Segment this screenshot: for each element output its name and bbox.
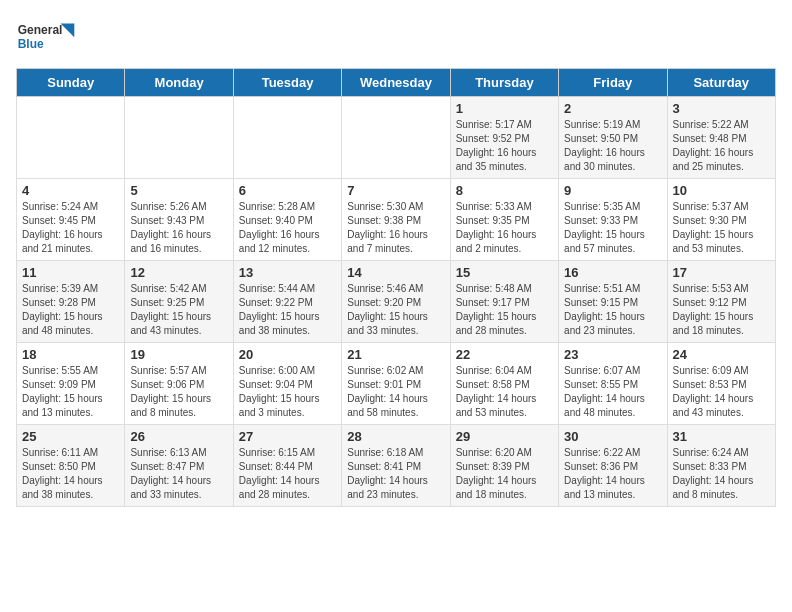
day-number: 18 bbox=[22, 347, 119, 362]
calendar-cell: 26Sunrise: 6:13 AMSunset: 8:47 PMDayligh… bbox=[125, 425, 233, 507]
cell-info: Sunrise: 5:57 AMSunset: 9:06 PMDaylight:… bbox=[130, 364, 227, 420]
calendar-week-1: 1Sunrise: 5:17 AMSunset: 9:52 PMDaylight… bbox=[17, 97, 776, 179]
cell-info: Sunrise: 6:18 AMSunset: 8:41 PMDaylight:… bbox=[347, 446, 444, 502]
cell-info: Sunrise: 5:55 AMSunset: 9:09 PMDaylight:… bbox=[22, 364, 119, 420]
weekday-header-sunday: Sunday bbox=[17, 69, 125, 97]
cell-info: Sunrise: 5:26 AMSunset: 9:43 PMDaylight:… bbox=[130, 200, 227, 256]
calendar-week-4: 18Sunrise: 5:55 AMSunset: 9:09 PMDayligh… bbox=[17, 343, 776, 425]
calendar-cell: 10Sunrise: 5:37 AMSunset: 9:30 PMDayligh… bbox=[667, 179, 775, 261]
calendar-week-3: 11Sunrise: 5:39 AMSunset: 9:28 PMDayligh… bbox=[17, 261, 776, 343]
calendar-cell: 3Sunrise: 5:22 AMSunset: 9:48 PMDaylight… bbox=[667, 97, 775, 179]
weekday-header-thursday: Thursday bbox=[450, 69, 558, 97]
day-number: 28 bbox=[347, 429, 444, 444]
calendar-cell: 9Sunrise: 5:35 AMSunset: 9:33 PMDaylight… bbox=[559, 179, 667, 261]
cell-info: Sunrise: 6:07 AMSunset: 8:55 PMDaylight:… bbox=[564, 364, 661, 420]
calendar-cell: 2Sunrise: 5:19 AMSunset: 9:50 PMDaylight… bbox=[559, 97, 667, 179]
weekday-header-monday: Monday bbox=[125, 69, 233, 97]
calendar-cell: 6Sunrise: 5:28 AMSunset: 9:40 PMDaylight… bbox=[233, 179, 341, 261]
day-number: 29 bbox=[456, 429, 553, 444]
day-number: 8 bbox=[456, 183, 553, 198]
calendar-cell: 1Sunrise: 5:17 AMSunset: 9:52 PMDaylight… bbox=[450, 97, 558, 179]
cell-info: Sunrise: 6:02 AMSunset: 9:01 PMDaylight:… bbox=[347, 364, 444, 420]
calendar-cell: 7Sunrise: 5:30 AMSunset: 9:38 PMDaylight… bbox=[342, 179, 450, 261]
calendar-cell: 27Sunrise: 6:15 AMSunset: 8:44 PMDayligh… bbox=[233, 425, 341, 507]
page-header: General Blue bbox=[16, 16, 776, 56]
day-number: 22 bbox=[456, 347, 553, 362]
cell-info: Sunrise: 6:04 AMSunset: 8:58 PMDaylight:… bbox=[456, 364, 553, 420]
calendar-header: SundayMondayTuesdayWednesdayThursdayFrid… bbox=[17, 69, 776, 97]
cell-info: Sunrise: 6:20 AMSunset: 8:39 PMDaylight:… bbox=[456, 446, 553, 502]
day-number: 23 bbox=[564, 347, 661, 362]
day-number: 27 bbox=[239, 429, 336, 444]
cell-info: Sunrise: 5:53 AMSunset: 9:12 PMDaylight:… bbox=[673, 282, 770, 338]
day-number: 2 bbox=[564, 101, 661, 116]
calendar-week-2: 4Sunrise: 5:24 AMSunset: 9:45 PMDaylight… bbox=[17, 179, 776, 261]
calendar-cell: 11Sunrise: 5:39 AMSunset: 9:28 PMDayligh… bbox=[17, 261, 125, 343]
calendar-cell: 14Sunrise: 5:46 AMSunset: 9:20 PMDayligh… bbox=[342, 261, 450, 343]
svg-text:General: General bbox=[18, 23, 63, 37]
calendar-cell: 23Sunrise: 6:07 AMSunset: 8:55 PMDayligh… bbox=[559, 343, 667, 425]
day-number: 25 bbox=[22, 429, 119, 444]
day-number: 11 bbox=[22, 265, 119, 280]
day-number: 4 bbox=[22, 183, 119, 198]
weekday-header-friday: Friday bbox=[559, 69, 667, 97]
day-number: 20 bbox=[239, 347, 336, 362]
calendar-cell: 18Sunrise: 5:55 AMSunset: 9:09 PMDayligh… bbox=[17, 343, 125, 425]
calendar-cell: 19Sunrise: 5:57 AMSunset: 9:06 PMDayligh… bbox=[125, 343, 233, 425]
logo: General Blue bbox=[16, 16, 76, 56]
svg-text:Blue: Blue bbox=[18, 37, 44, 51]
calendar-cell: 21Sunrise: 6:02 AMSunset: 9:01 PMDayligh… bbox=[342, 343, 450, 425]
calendar-cell: 29Sunrise: 6:20 AMSunset: 8:39 PMDayligh… bbox=[450, 425, 558, 507]
cell-info: Sunrise: 6:11 AMSunset: 8:50 PMDaylight:… bbox=[22, 446, 119, 502]
cell-info: Sunrise: 6:13 AMSunset: 8:47 PMDaylight:… bbox=[130, 446, 227, 502]
cell-info: Sunrise: 6:00 AMSunset: 9:04 PMDaylight:… bbox=[239, 364, 336, 420]
calendar-body: 1Sunrise: 5:17 AMSunset: 9:52 PMDaylight… bbox=[17, 97, 776, 507]
calendar-cell: 5Sunrise: 5:26 AMSunset: 9:43 PMDaylight… bbox=[125, 179, 233, 261]
day-number: 24 bbox=[673, 347, 770, 362]
weekday-header-wednesday: Wednesday bbox=[342, 69, 450, 97]
calendar-cell bbox=[342, 97, 450, 179]
weekday-header-tuesday: Tuesday bbox=[233, 69, 341, 97]
day-number: 3 bbox=[673, 101, 770, 116]
day-number: 14 bbox=[347, 265, 444, 280]
day-number: 7 bbox=[347, 183, 444, 198]
cell-info: Sunrise: 5:42 AMSunset: 9:25 PMDaylight:… bbox=[130, 282, 227, 338]
cell-info: Sunrise: 5:19 AMSunset: 9:50 PMDaylight:… bbox=[564, 118, 661, 174]
day-number: 16 bbox=[564, 265, 661, 280]
calendar-cell: 13Sunrise: 5:44 AMSunset: 9:22 PMDayligh… bbox=[233, 261, 341, 343]
calendar-cell: 12Sunrise: 5:42 AMSunset: 9:25 PMDayligh… bbox=[125, 261, 233, 343]
calendar-week-5: 25Sunrise: 6:11 AMSunset: 8:50 PMDayligh… bbox=[17, 425, 776, 507]
day-number: 12 bbox=[130, 265, 227, 280]
cell-info: Sunrise: 5:22 AMSunset: 9:48 PMDaylight:… bbox=[673, 118, 770, 174]
calendar-cell: 16Sunrise: 5:51 AMSunset: 9:15 PMDayligh… bbox=[559, 261, 667, 343]
day-number: 31 bbox=[673, 429, 770, 444]
calendar-cell: 17Sunrise: 5:53 AMSunset: 9:12 PMDayligh… bbox=[667, 261, 775, 343]
day-number: 15 bbox=[456, 265, 553, 280]
day-number: 9 bbox=[564, 183, 661, 198]
weekday-header-saturday: Saturday bbox=[667, 69, 775, 97]
day-number: 5 bbox=[130, 183, 227, 198]
cell-info: Sunrise: 6:24 AMSunset: 8:33 PMDaylight:… bbox=[673, 446, 770, 502]
logo-icon: General Blue bbox=[16, 16, 76, 56]
calendar-cell: 4Sunrise: 5:24 AMSunset: 9:45 PMDaylight… bbox=[17, 179, 125, 261]
calendar-cell: 24Sunrise: 6:09 AMSunset: 8:53 PMDayligh… bbox=[667, 343, 775, 425]
day-number: 26 bbox=[130, 429, 227, 444]
day-number: 10 bbox=[673, 183, 770, 198]
cell-info: Sunrise: 5:30 AMSunset: 9:38 PMDaylight:… bbox=[347, 200, 444, 256]
cell-info: Sunrise: 5:48 AMSunset: 9:17 PMDaylight:… bbox=[456, 282, 553, 338]
day-number: 21 bbox=[347, 347, 444, 362]
cell-info: Sunrise: 6:09 AMSunset: 8:53 PMDaylight:… bbox=[673, 364, 770, 420]
day-number: 30 bbox=[564, 429, 661, 444]
calendar-table: SundayMondayTuesdayWednesdayThursdayFrid… bbox=[16, 68, 776, 507]
day-number: 1 bbox=[456, 101, 553, 116]
svg-marker-2 bbox=[61, 24, 75, 38]
cell-info: Sunrise: 5:37 AMSunset: 9:30 PMDaylight:… bbox=[673, 200, 770, 256]
calendar-cell: 25Sunrise: 6:11 AMSunset: 8:50 PMDayligh… bbox=[17, 425, 125, 507]
cell-info: Sunrise: 5:51 AMSunset: 9:15 PMDaylight:… bbox=[564, 282, 661, 338]
calendar-cell bbox=[17, 97, 125, 179]
day-number: 17 bbox=[673, 265, 770, 280]
calendar-cell: 28Sunrise: 6:18 AMSunset: 8:41 PMDayligh… bbox=[342, 425, 450, 507]
cell-info: Sunrise: 5:24 AMSunset: 9:45 PMDaylight:… bbox=[22, 200, 119, 256]
cell-info: Sunrise: 5:33 AMSunset: 9:35 PMDaylight:… bbox=[456, 200, 553, 256]
day-number: 19 bbox=[130, 347, 227, 362]
